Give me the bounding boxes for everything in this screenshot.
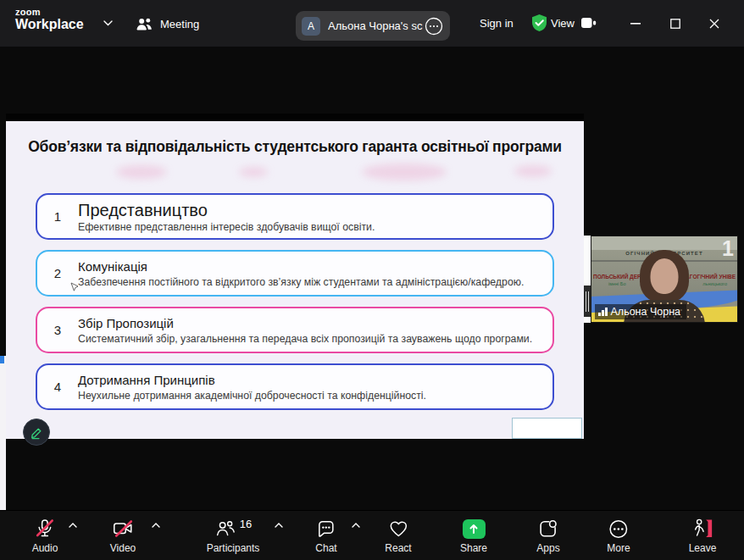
card-description: Забезпечення постійного та відкритого зв… — [78, 276, 524, 288]
presenter-cursor — [70, 282, 78, 293]
maximize-button[interactable] — [663, 12, 688, 36]
participants-options-chevron[interactable] — [275, 523, 283, 528]
chat-options-chevron[interactable] — [352, 523, 360, 528]
share-screen-icon — [463, 519, 486, 539]
audio-options-chevron[interactable] — [69, 523, 77, 528]
slide-card-2: 2 Комунікація Забезпечення постійного та… — [36, 250, 554, 297]
left-edge-marker — [0, 356, 4, 363]
view-layout-icon — [580, 16, 597, 30]
zoom-workplace-window: zoom Workplace Meeting A Альона Чорна's … — [0, 0, 744, 560]
card-title: Збір Пропозицій — [78, 316, 532, 330]
sign-in-button[interactable]: Sign in — [480, 17, 514, 30]
more-label: More — [607, 542, 630, 554]
participant-video-thumbnail[interactable]: ОГІЧНИЙ УНІВЕРСИТЕТ ПОЛЬСЬКИЙ ДЕР ДАГОГІ… — [591, 236, 738, 323]
card-title: Дотримання Принципів — [78, 373, 426, 387]
more-button[interactable]: More — [607, 516, 630, 554]
shared-screen-label: Альона Чорна's screen — [328, 19, 423, 32]
video-button[interactable]: Video — [110, 516, 136, 554]
chat-label: Chat — [315, 542, 336, 554]
more-options-icon[interactable] — [425, 17, 443, 36]
heart-icon — [387, 516, 409, 541]
view-label: View — [551, 17, 575, 30]
share-button[interactable]: Share — [460, 516, 487, 554]
apps-icon — [537, 516, 558, 541]
more-icon — [608, 516, 630, 541]
video-label: Video — [110, 542, 136, 554]
banner-text-left: ПОЛЬСЬКИЙ ДЕР — [593, 274, 641, 280]
camera-off-icon — [111, 516, 134, 541]
apps-button[interactable]: Apps — [536, 516, 559, 554]
slide-bottom-right-box — [512, 418, 582, 439]
mic-muted-icon — [35, 516, 55, 541]
titlebar: zoom Workplace Meeting A Альона Чорна's … — [0, 0, 744, 47]
participant-name: Альона Чорна — [611, 306, 681, 318]
leave-label: Leave — [689, 542, 717, 554]
video-options-chevron[interactable] — [152, 523, 160, 528]
view-button[interactable]: View — [551, 16, 597, 30]
leave-button[interactable]: Leave — [689, 516, 717, 554]
slide-title: Обов’язки та відповідальність студентськ… — [6, 138, 584, 156]
react-button[interactable]: React — [385, 516, 411, 554]
audio-button[interactable]: Audio — [32, 516, 58, 554]
card-description: Неухильне дотримання академічної доброче… — [78, 390, 426, 402]
slide-card-4: 4 Дотримання Принципів Неухильне дотрима… — [36, 363, 554, 410]
chat-icon — [315, 516, 336, 541]
tab-meeting[interactable]: Meeting — [136, 12, 199, 36]
card-title: Комунікація — [78, 259, 524, 274]
connection-signal-icon — [598, 308, 608, 316]
presentation-slide: Обов’язки та відповідальність студентськ… — [6, 114, 584, 439]
annotate-pencil-button[interactable] — [23, 419, 50, 446]
brand-workplace: Workplace — [15, 18, 84, 32]
participants-button[interactable]: 16 Participants — [207, 516, 260, 554]
audio-label: Audio — [32, 542, 58, 554]
card-number: 3 — [37, 323, 78, 337]
slide-card-list: 1 Представництво Ефективне представлення… — [36, 193, 554, 420]
shared-screen-pill[interactable]: A Альона Чорна's screen — [296, 11, 450, 41]
banner-subtext-left: імені Бо — [608, 281, 626, 286]
share-label: Share — [460, 542, 487, 554]
chevron-down-icon[interactable] — [103, 20, 113, 26]
card-number: 2 — [37, 266, 78, 280]
tab-meeting-label: Meeting — [160, 18, 199, 30]
card-number: 1 — [37, 209, 78, 224]
react-label: React — [385, 542, 411, 554]
meeting-toolbar: Audio Video — [0, 510, 744, 560]
card-description: Систематичний збір, узагальнення та пере… — [78, 333, 532, 345]
avatar: A — [302, 17, 320, 36]
slide-card-3: 3 Збір Пропозицій Систематичний збір, уз… — [36, 307, 554, 353]
card-number: 4 — [37, 380, 78, 394]
close-button[interactable] — [702, 12, 727, 36]
people-icon — [136, 17, 153, 31]
brand-zoom: zoom — [15, 8, 84, 18]
video-background-sky — [591, 236, 737, 250]
chat-button[interactable]: Chat — [315, 516, 336, 554]
card-description: Ефективне представлення інтересів здобув… — [78, 221, 375, 233]
minimize-button[interactable] — [623, 12, 648, 36]
panel-drag-handle[interactable] — [584, 286, 591, 317]
participants-icon — [214, 518, 237, 539]
participant-name-tag: Альона Чорна — [595, 304, 686, 319]
banner-text-right: ДАГОГІЧНИЙ УНІВЕ — [682, 274, 736, 280]
security-shield-icon[interactable] — [530, 14, 548, 33]
participants-count: 16 — [240, 518, 252, 530]
zoom-workplace-logo: zoom Workplace — [15, 8, 84, 31]
slide-card-1: 1 Представництво Ефективне представлення… — [36, 193, 554, 240]
shared-screen-canvas: Обов’язки та відповідальність студентськ… — [0, 47, 744, 510]
leave-icon — [691, 516, 713, 541]
apps-label: Apps — [536, 542, 559, 554]
background-watermark: 1 — [722, 236, 734, 261]
left-edge-strip — [0, 356, 6, 510]
banner-subtext-right: льницького — [702, 281, 727, 286]
card-title: Представництво — [78, 201, 375, 220]
participants-label: Participants — [207, 542, 260, 554]
